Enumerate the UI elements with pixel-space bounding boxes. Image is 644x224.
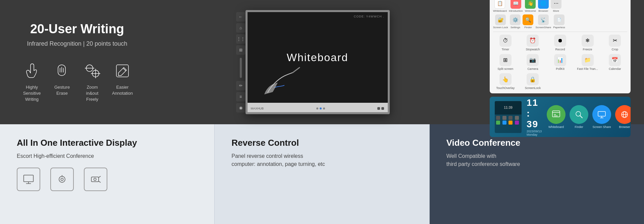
feature-label-zoom: Zoom in&outFreely [80,84,104,103]
tool-touchoverlay[interactable]: 👆 TouchOverlay [493,73,518,90]
tool-record[interactable]: ⏺ Record [548,35,573,51]
home-app-browser-icon [615,105,631,124]
tool-camera[interactable]: 📷 Camera [521,54,545,71]
feature-zoom: Zoom in&outFreely [80,61,104,103]
touchoverlay-icon-box: 👆 [499,73,512,85]
sidebar-btn-back[interactable]: ← [236,12,246,21]
app-introduction[interactable]: 📖 Introduction [509,0,523,12]
home-screen-panel: 11:39 11 : 39 2023/09/13 Monday [490,97,631,137]
app-screenshare[interactable]: 📡 ScreenShare [535,14,551,29]
sidebar-btn-tool2[interactable]: ≡ [236,92,246,101]
home-app-finder[interactable]: Finder [570,105,588,129]
small-app-grid [495,115,522,126]
finder-app-icon [574,110,584,119]
app-welcome[interactable]: 👋 Welcome [525,0,536,12]
subtitle: Infrared Recognition | 20 points touch [20,40,134,47]
small-app-8 [515,121,519,125]
home-app-browser[interactable]: Browser [615,105,631,129]
more-tools-panel: More tools Edit 📋 Whiteboard 📖 Introduct… [490,0,631,93]
timer-icon-box: ⏱ [499,35,512,47]
svg-line-7 [293,68,300,73]
app-more[interactable]: ⋯ More [551,0,561,12]
tool-pollkit[interactable]: 📊 PollKit [548,54,573,71]
device-mockup-small: 11:39 [495,101,522,133]
svg-line-12 [580,116,582,118]
small-device-screen: 11:39 [495,101,522,115]
bottom-title-reverse: Reverse Control [231,138,412,148]
monitor-icon [22,173,35,185]
home-apps-grid: Whiteboard Finder Screen Share [547,105,631,129]
tool-fastfile[interactable]: 📁 Fast File Tran... [575,54,600,71]
tool-fastfile-label: Fast File Tran... [577,67,598,71]
clock-section: 11 : 39 2023/09/13 Monday [527,97,542,136]
stopwatch-icon-box: ⏰ [527,35,539,47]
svg-rect-25 [91,177,99,182]
tool-record-label: Record [555,48,565,51]
share-app-icon [597,110,606,119]
app-finder[interactable]: 🔍 Finder [523,14,533,29]
svg-point-22 [59,176,65,182]
home-app-whiteboard[interactable]: Whiteboard [547,105,566,129]
home-app-share-icon [592,105,611,124]
svg-line-6 [123,68,126,71]
tool-freeze[interactable]: ❄ Freeze [575,35,600,51]
feature-label-annotation: EasierAnnotation [112,84,133,96]
wb-ctrl-2 [381,107,384,110]
feature-annotation: EasierAnnotation [111,61,134,103]
whiteboard-bottom: MAXHUB [248,103,388,114]
bottom-title-video: Video Conference [446,138,627,148]
tool-freeze-label: Freeze [583,48,592,51]
tool-calendar[interactable]: 📅 Calendar [602,54,627,71]
app-settings[interactable]: ⚙️ Settings [510,14,521,29]
tool-pollkit-label: PollKit [556,67,565,71]
small-app-5 [496,121,500,125]
sidebar-btn-pen[interactable]: ✏ [236,81,246,90]
sidebar-btn-apps[interactable]: ⊞ [236,45,246,55]
bottom-col-allinone: All In One Interactive Display Escort Hi… [0,124,214,224]
clock-time: 11 : 39 [527,97,542,130]
app-whiteboard[interactable]: 📋 Whiteboard [493,0,507,12]
tool-crop[interactable]: ✂ Crop [602,35,627,51]
sidebar-divider [240,58,242,78]
small-app-2 [502,116,506,120]
home-app-screenshare[interactable]: Screen Share [592,105,611,129]
sidebar-btn-tool3[interactable]: ◉ [236,103,246,113]
sidebar-btn-home[interactable]: ⌂ [236,23,246,33]
bottom-subtitle-allinone: Escort High-efficient Conference [17,152,198,160]
app-paperless[interactable]: 📄 Paperless [553,14,565,29]
annotation-icon [112,61,132,81]
app-browser[interactable]: 🌐 Browser [538,0,549,12]
wb-dot-2 [320,107,322,109]
top-section: 20-User Writing Infrared Recognition | 2… [0,0,644,124]
gesture-icon [52,61,72,81]
tool-timer[interactable]: ⏱ Timer [493,35,518,51]
tool-stopwatch[interactable]: ⏰ Stopwatch [521,35,545,51]
touch-icon [22,61,42,81]
tool-stopwatch-label: Stopwatch [526,48,540,51]
small-app-1 [496,116,500,120]
wb-dot-1 [316,107,318,109]
whiteboard-code: CODE: Y4WWCH . [354,15,384,18]
bottom-icons-allinone [17,168,198,191]
projector-icon [90,173,102,185]
features-grid: HighlySensitive Writing GestureErase [20,61,134,103]
app-screenlock[interactable]: 🔐 Screen Lock [493,14,508,29]
whiteboard-text: Whiteboard [287,51,348,64]
calendar-icon-box: 📅 [609,54,621,66]
home-app-finder-label: Finder [575,125,583,129]
whiteboard-display: CODE: Y4WWCH . Whiteboard MAXHUB [246,10,390,114]
home-app-browser-label: Browser [619,125,630,129]
tool-screenlock[interactable]: 🔒 ScreenLock [521,73,545,90]
wb-navigation-dots [316,107,325,109]
tools-divider [493,32,627,32]
small-app-3 [508,116,513,120]
feature-gesture: GestureErase [50,61,74,103]
feature-label-gesture: GestureErase [54,84,70,96]
home-app-finder-icon [570,105,588,124]
wb-brand-label: MAXHUB [251,107,264,110]
sidebar-btn-menu[interactable]: ⋮⋮ [236,34,246,44]
tool-crop-label: Crop [611,48,618,51]
left-panel: 20-User Writing Infrared Recognition | 2… [13,15,141,109]
tool-touchoverlay-label: TouchOverlay [496,86,515,90]
tool-splitscreen[interactable]: ⊞ Split screen [493,54,518,71]
